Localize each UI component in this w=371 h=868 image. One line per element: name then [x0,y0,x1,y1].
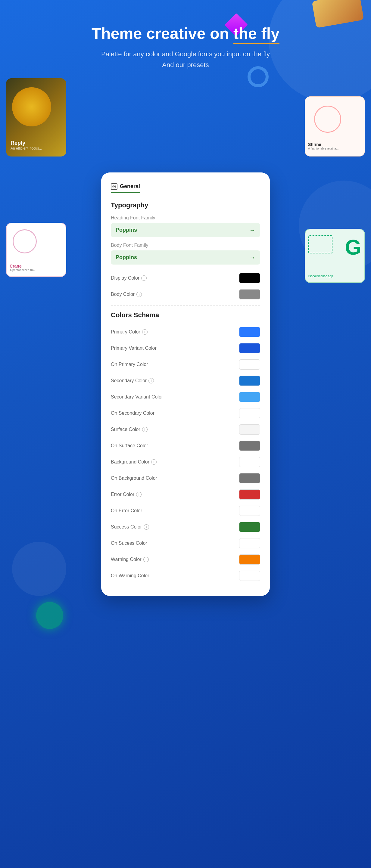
color-row-4: Secondary Variant Color [111,389,260,405]
page-header: Theme creative on the fly Palette for an… [0,0,371,88]
body-font-value: Poppins [116,254,137,261]
color-row-12: Success Colori [111,519,260,535]
body-color-info-icon[interactable]: i [136,292,142,297]
display-color-info-icon[interactable]: i [141,275,147,281]
body-font-arrow-icon: → [249,254,255,261]
color-info-icon-3[interactable]: i [148,378,154,383]
color-row-13: On Sucess Color [111,535,260,551]
color-label-text-13: On Sucess Color [111,540,147,546]
body-color-swatch[interactable] [239,289,260,300]
color-row-3: Secondary Colori [111,373,260,389]
color-label-text-7: On Surface Color [111,443,148,448]
color-swatch-15[interactable] [239,571,260,581]
color-info-icon-8[interactable]: i [151,459,156,465]
color-label-text-0: Primary Color [111,329,140,335]
color-info-icon-14[interactable]: i [143,557,149,562]
color-swatch-9[interactable] [239,473,260,483]
color-swatch-3[interactable] [239,376,260,386]
color-label-text-15: On Warning Color [111,573,149,579]
subtitle-line2: And our presets [162,61,209,69]
color-label-12: Success Colori [111,524,149,530]
color-swatch-7[interactable] [239,441,260,451]
heading-font-label: Heading Font Family [111,215,260,221]
color-row-7: On Surface Color [111,438,260,454]
color-rows-container: Primary ColoriPrimary Variant ColorOn Pr… [111,324,260,584]
color-swatch-6[interactable] [239,424,260,435]
title-part1: Theme creative on [91,25,233,42]
display-color-label: Display Color i [111,275,147,281]
color-swatch-4[interactable] [239,392,260,402]
color-label-text-10: Error Color [111,492,134,497]
color-label-text-14: Warning Color [111,557,142,562]
typography-section-title: Typography [111,202,260,209]
color-label-text-12: Success Color [111,524,142,530]
color-info-icon-10[interactable]: i [136,492,142,497]
color-label-5: On Secondary Color [111,410,154,416]
color-row-9: On Background Color [111,470,260,486]
shrine-card-sub: A fashionable retail a... [308,147,339,150]
body-font-selector[interactable]: Poppins → [111,250,260,265]
body-font-label: Body Font Family [111,243,260,248]
color-label-text-3: Secondary Color [111,378,147,383]
color-row-1: Primary Variant Color [111,340,260,356]
colors-schema-title: Colors Schema [111,311,260,319]
title-highlight: the fly [233,24,280,43]
color-label-text-9: On Background Color [111,475,157,481]
color-swatch-12[interactable] [239,522,260,532]
color-label-8: Background Colori [111,459,156,465]
shrine-card-title: Shrine [308,142,339,147]
color-info-icon-12[interactable]: i [144,524,149,530]
display-color-swatch[interactable] [239,273,260,283]
color-label-text-4: Secondary Variant Color [111,394,163,400]
display-color-row: Display Color i [111,270,260,286]
page-subtitle: Palette for any color and Google fonts y… [6,49,365,70]
svg-point-1 [114,186,115,187]
color-row-2: On Primary Color [111,356,260,373]
heading-font-value: Poppins [116,227,137,233]
heading-font-selector[interactable]: Poppins → [111,223,260,237]
color-label-3: Secondary Colori [111,378,154,383]
color-label-9: On Background Color [111,475,157,481]
color-info-icon-0[interactable]: i [142,329,148,335]
color-label-11: On Error Color [111,508,142,514]
shrine-card-info: Shrine A fashionable retail a... [308,142,339,150]
color-row-11: On Error Color [111,503,260,519]
shrine-card: Shrine A fashionable retail a... [305,96,365,156]
reply-card: Reply An efficient, focus... [6,78,66,156]
color-row-14: Warning Colori [111,551,260,568]
color-swatch-5[interactable] [239,408,260,418]
color-label-text-6: Surface Color [111,427,140,432]
tab-general[interactable]: General [111,183,140,193]
color-label-7: On Surface Color [111,443,148,448]
shrine-card-circle [314,106,341,133]
color-swatch-1[interactable] [239,343,260,353]
color-label-text-5: On Secondary Color [111,410,154,416]
color-swatch-11[interactable] [239,506,260,516]
subtitle-line1: Palette for any color and Google fonts y… [101,50,270,58]
body-color-row: Body Color i [111,286,260,303]
color-swatch-14[interactable] [239,554,260,565]
main-container: General Typography Heading Font Family P… [0,173,371,620]
page-title: Theme creative on the fly [6,24,365,43]
color-row-8: Background Colori [111,454,260,470]
color-swatch-10[interactable] [239,489,260,500]
color-info-icon-6[interactable]: i [142,427,148,432]
color-row-6: Surface Colori [111,421,260,438]
general-tab-icon [111,183,117,190]
color-label-14: Warning Colori [111,557,149,562]
color-label-4: Secondary Variant Color [111,394,163,400]
reply-card-circle [12,87,51,126]
color-row-15: On Warning Color [111,568,260,584]
color-swatch-8[interactable] [239,457,260,467]
color-label-15: On Warning Color [111,573,149,579]
heading-font-group: Heading Font Family Poppins → [111,215,260,237]
color-label-6: Surface Colori [111,427,148,432]
reply-card-info: Reply An efficient, focus... [10,140,42,151]
color-row-5: On Secondary Color [111,405,260,421]
color-swatch-13[interactable] [239,538,260,548]
color-label-text-11: On Error Color [111,508,142,514]
color-swatch-2[interactable] [239,359,260,370]
color-swatch-0[interactable] [239,327,260,337]
body-font-group: Body Font Family Poppins → [111,243,260,265]
tab-general-label: General [120,183,140,190]
